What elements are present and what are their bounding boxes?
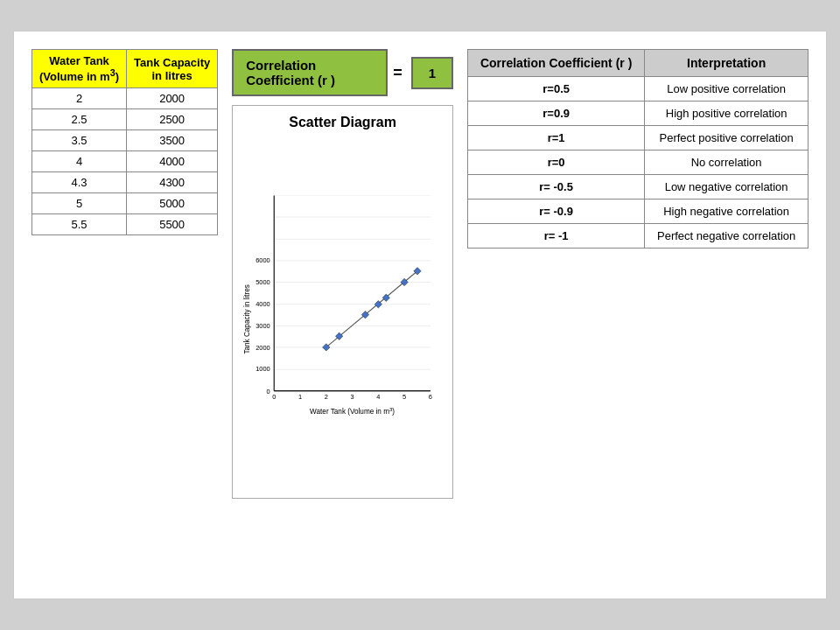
svg-text:2: 2 bbox=[325, 393, 328, 401]
vol-cell: 5 bbox=[32, 193, 127, 214]
interp-cell: Perfect positive correlation bbox=[645, 126, 808, 150]
svg-text:4000: 4000 bbox=[256, 300, 270, 308]
vol-cell: 2 bbox=[32, 88, 127, 109]
corr-label: Correlation Coefficient (r ) bbox=[232, 49, 388, 96]
cap-cell: 5500 bbox=[127, 214, 218, 235]
svg-text:1: 1 bbox=[298, 393, 302, 401]
interp-row: r= -0.5Low negative correlation bbox=[468, 175, 808, 200]
interp-row: r=0.5Low positive correlation bbox=[468, 77, 808, 102]
data-table: Water Tank(Volume in m3) Tank Capacityin… bbox=[32, 49, 218, 235]
interp-row: r= -0.9High negative correlation bbox=[468, 200, 808, 224]
left-panel: Water Tank(Volume in m3) Tank Capacityin… bbox=[32, 49, 218, 581]
corr-header: Correlation Coefficient (r ) = 1 bbox=[232, 49, 453, 96]
interp-cell: No correlation bbox=[645, 150, 808, 175]
corr-value: 1 bbox=[411, 57, 453, 89]
vol-cell: 3.5 bbox=[32, 130, 127, 151]
col2-header: Tank Capacityin litres bbox=[127, 50, 218, 88]
vol-cell: 2.5 bbox=[32, 109, 127, 130]
cap-cell: 4300 bbox=[127, 172, 218, 193]
svg-text:4: 4 bbox=[376, 393, 380, 401]
scatter-chart: Tank Capacity in litres bbox=[242, 136, 444, 477]
r-value-cell: r=0.9 bbox=[468, 102, 645, 126]
cap-cell: 2000 bbox=[127, 88, 218, 109]
chart-area: Tank Capacity in litres bbox=[242, 136, 444, 477]
interp-row: r=0.9High positive correlation bbox=[468, 102, 808, 126]
table-row: 5.55500 bbox=[32, 214, 218, 235]
vol-cell: 4 bbox=[32, 151, 127, 172]
r-value-cell: r= -1 bbox=[468, 224, 645, 248]
interp-cell: Low negative correlation bbox=[645, 175, 808, 200]
center-panel: Correlation Coefficient (r ) = 1 Scatter… bbox=[232, 49, 453, 581]
main-container: Water Tank(Volume in m3) Tank Capacityin… bbox=[13, 31, 827, 599]
svg-text:6: 6 bbox=[429, 393, 432, 401]
interp-cell: High negative correlation bbox=[645, 200, 808, 224]
table-row: 4.34300 bbox=[32, 172, 218, 193]
interp-col2-header: Interpretation bbox=[645, 50, 808, 77]
svg-text:2000: 2000 bbox=[256, 344, 270, 352]
interp-table: Correlation Coefficient (r ) Interpretat… bbox=[467, 49, 808, 248]
svg-text:0: 0 bbox=[272, 393, 276, 401]
svg-text:Water Tank (Volume in m3): Water Tank (Volume in m3) bbox=[310, 407, 395, 416]
svg-text:Tank Capacity in litres: Tank Capacity in litres bbox=[243, 284, 251, 354]
right-panel: Correlation Coefficient (r ) Interpretat… bbox=[467, 49, 808, 581]
interp-row: r=0No correlation bbox=[468, 150, 808, 175]
chart-title: Scatter Diagram bbox=[242, 115, 444, 130]
r-value-cell: r=1 bbox=[468, 126, 645, 150]
svg-text:1000: 1000 bbox=[256, 365, 270, 373]
table-row: 55000 bbox=[32, 193, 218, 214]
chart-container: Scatter Diagram Tank Capacity in litres bbox=[232, 105, 453, 499]
svg-text:5000: 5000 bbox=[256, 278, 270, 286]
cap-cell: 4000 bbox=[127, 151, 218, 172]
cap-cell: 3500 bbox=[127, 130, 218, 151]
svg-text:5: 5 bbox=[402, 393, 406, 401]
equals-sign: = bbox=[388, 64, 408, 82]
svg-text:3: 3 bbox=[351, 393, 354, 401]
table-row: 22000 bbox=[32, 88, 218, 109]
interp-row: r=1Perfect positive correlation bbox=[468, 126, 808, 150]
interp-cell: Perfect negative correlation bbox=[645, 224, 808, 248]
r-value-cell: r=0.5 bbox=[468, 77, 645, 102]
table-row: 3.53500 bbox=[32, 130, 218, 151]
svg-text:3000: 3000 bbox=[256, 322, 270, 330]
r-value-cell: r= -0.5 bbox=[468, 175, 645, 200]
table-row: 44000 bbox=[32, 151, 218, 172]
svg-text:0: 0 bbox=[267, 388, 270, 396]
table-row: 2.52500 bbox=[32, 109, 218, 130]
col1-header: Water Tank(Volume in m3) bbox=[32, 50, 127, 88]
interp-col1-header: Correlation Coefficient (r ) bbox=[468, 50, 645, 77]
svg-text:6000: 6000 bbox=[256, 256, 270, 264]
r-value-cell: r= -0.9 bbox=[468, 200, 645, 224]
r-value-cell: r=0 bbox=[468, 150, 645, 175]
cap-cell: 2500 bbox=[127, 109, 218, 130]
vol-cell: 4.3 bbox=[32, 172, 127, 193]
vol-cell: 5.5 bbox=[32, 214, 127, 235]
interp-row: r= -1Perfect negative correlation bbox=[468, 224, 808, 248]
interp-cell: High positive correlation bbox=[645, 102, 808, 126]
cap-cell: 5000 bbox=[127, 193, 218, 214]
interp-cell: Low positive correlation bbox=[645, 77, 808, 102]
